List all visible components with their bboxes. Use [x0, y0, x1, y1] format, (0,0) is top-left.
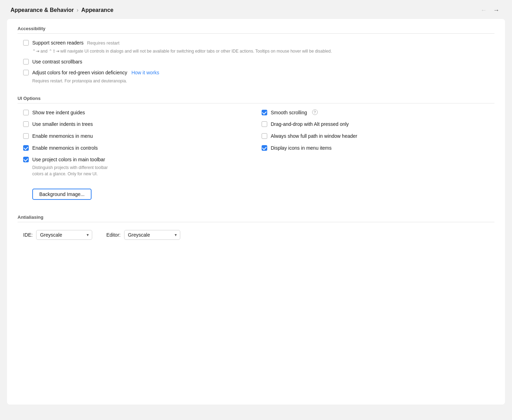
hint-color-blind: Requires restart. For protanopia and deu… [32, 78, 159, 84]
option-row-display-icons: Display icons in menu items [256, 143, 494, 154]
label-display-icons: Display icons in menu items [271, 145, 332, 152]
antialiasing-editor-label: Editor: [106, 232, 120, 238]
background-image-button[interactable]: Background Image... [32, 189, 92, 200]
option-row-contrast-scrollbars: Use contrast scrollbars [18, 57, 494, 67]
checkbox-full-path-header[interactable] [262, 133, 267, 139]
option-row-screen-readers: Support screen readers Requires restart … [18, 38, 494, 56]
label-mnemonics-menu: Enable mnemonics in menu [32, 133, 93, 140]
label-color-blind: Adjust colors for red-green vision defic… [32, 70, 127, 75]
antialiasing-section: Antialiasing IDE: Greyscale Subpixel Non… [18, 215, 494, 243]
antialiasing-row: IDE: Greyscale Subpixel None ▾ Editor: [18, 226, 494, 243]
label-drag-drop-alt: Drag-and-drop with Alt pressed only [271, 121, 349, 128]
label-contrast-scrollbars: Use contrast scrollbars [32, 59, 82, 66]
checkbox-color-blind[interactable] [23, 70, 29, 75]
checkbox-contrast-scrollbars[interactable] [23, 59, 29, 65]
antialiasing-editor-select[interactable]: Greyscale Subpixel None [124, 230, 180, 240]
nav-forward-button[interactable]: → [491, 6, 501, 14]
checkbox-drag-drop-alt[interactable] [262, 121, 267, 127]
ui-options-left-col: Show tree indent guides Use smaller inde… [18, 108, 256, 179]
antialiasing-editor-select-wrapper: Greyscale Subpixel None ▾ [124, 230, 180, 240]
antialiasing-ide-item: IDE: Greyscale Subpixel None ▾ [23, 230, 92, 240]
option-row-color-blind: Adjust colors for red-green vision defic… [18, 68, 494, 86]
option-row-mnemonics-controls: Enable mnemonics in controls [18, 143, 256, 154]
hint-screen-readers: ⌃⇥ and ⌃⇧⇥ will navigate UI controls in … [32, 48, 332, 54]
content-area: Accessibility Support screen readers Req… [7, 19, 505, 405]
checkbox-show-tree-indent[interactable] [23, 110, 29, 115]
checkbox-smaller-indents[interactable] [23, 121, 29, 127]
accessibility-section: Accessibility Support screen readers Req… [18, 26, 494, 86]
ui-options-section-title: UI Options [18, 96, 494, 103]
checkbox-display-icons[interactable] [262, 145, 267, 151]
checkbox-mnemonics-menu[interactable] [23, 133, 29, 139]
label-show-tree-indent: Show tree indent guides [32, 109, 85, 116]
checkbox-project-colors[interactable] [23, 157, 29, 162]
label-project-colors: Use project colors in main toolbar [32, 157, 105, 162]
ui-options-right-col: Smooth scrolling ? Drag-and-drop with Al… [256, 108, 494, 179]
hint-project-colors: Distinguish projects with different tool… [32, 164, 108, 177]
antialiasing-section-title: Antialiasing [18, 215, 494, 222]
label-full-path-header: Always show full path in window header [271, 133, 357, 140]
breadcrumb: Appearance & Behavior › Appearance [11, 7, 113, 13]
label-smooth-scrolling: Smooth scrolling [271, 109, 307, 116]
requires-restart-label: Requires restart [87, 40, 119, 46]
ui-options-section: UI Options Show tree indent guides Use s… [18, 96, 494, 205]
checkbox-smooth-scrolling[interactable] [262, 110, 267, 115]
antialiasing-ide-label: IDE: [23, 232, 33, 238]
label-smaller-indents: Use smaller indents in trees [32, 121, 93, 128]
option-row-smaller-indents: Use smaller indents in trees [18, 119, 256, 130]
nav-buttons: ← → [478, 6, 501, 14]
breadcrumb-parent: Appearance & Behavior [11, 7, 74, 13]
header: Appearance & Behavior › Appearance ← → [0, 0, 512, 19]
option-row-full-path-header: Always show full path in window header [256, 131, 494, 142]
smooth-scrolling-help-icon[interactable]: ? [312, 109, 318, 115]
nav-back-button[interactable]: ← [478, 6, 489, 14]
checkbox-screen-readers[interactable] [23, 40, 29, 46]
option-row-drag-drop-alt: Drag-and-drop with Alt pressed only [256, 119, 494, 130]
how-it-works-link[interactable]: How it works [132, 70, 159, 75]
checkbox-mnemonics-controls[interactable] [23, 145, 29, 151]
label-mnemonics-controls: Enable mnemonics in controls [32, 145, 98, 152]
option-row-project-colors: Use project colors in main toolbar Disti… [18, 155, 256, 179]
breadcrumb-separator: › [77, 7, 79, 13]
accessibility-section-title: Accessibility [18, 26, 494, 34]
option-row-smooth-scrolling: Smooth scrolling ? [256, 108, 494, 118]
antialiasing-editor-item: Editor: Greyscale Subpixel None ▾ [106, 230, 180, 240]
antialiasing-ide-select[interactable]: Greyscale Subpixel None [36, 230, 92, 240]
label-screen-readers: Support screen readers [32, 40, 83, 46]
ui-options-grid: Show tree indent guides Use smaller inde… [18, 108, 494, 179]
option-row-mnemonics-menu: Enable mnemonics in menu [18, 131, 256, 142]
page-container: Appearance & Behavior › Appearance ← → A… [0, 0, 512, 420]
antialiasing-ide-select-wrapper: Greyscale Subpixel None ▾ [36, 230, 92, 240]
option-row-show-tree-indent: Show tree indent guides [18, 108, 256, 118]
breadcrumb-current: Appearance [81, 7, 114, 13]
